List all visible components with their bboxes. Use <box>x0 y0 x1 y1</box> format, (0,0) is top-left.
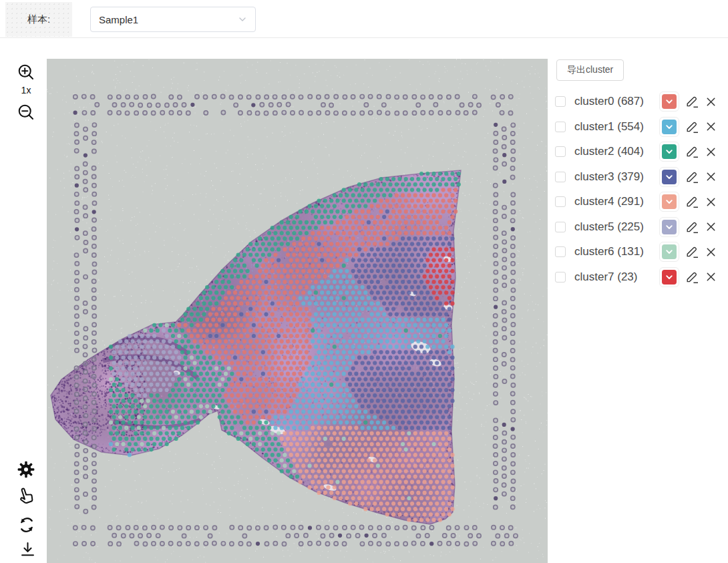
cluster-color-swatch <box>662 120 677 134</box>
cluster-row: cluster7 (23) <box>555 267 717 287</box>
cluster-color-swatch <box>662 94 677 109</box>
slide-viewer-canvas[interactable] <box>47 59 548 563</box>
cluster-label: cluster7 (23) <box>574 270 659 284</box>
cluster-row: cluster2 (404) <box>555 142 717 162</box>
reset-button[interactable] <box>16 514 37 536</box>
edit-icon <box>685 170 699 184</box>
cluster-checkbox[interactable] <box>555 122 566 132</box>
gear-icon <box>17 460 35 479</box>
cluster-delete-button[interactable] <box>705 244 717 259</box>
cluster-delete-button[interactable] <box>705 170 717 184</box>
cluster-edit-button[interactable] <box>685 244 699 259</box>
zoom-level-label: 1x <box>16 85 36 96</box>
cluster-label: cluster5 (225) <box>574 220 659 234</box>
edit-icon <box>685 120 699 134</box>
cluster-color-swatch <box>662 220 677 234</box>
chevron-down-icon <box>665 197 674 206</box>
sample-select-value: Sample1 <box>99 14 138 25</box>
cluster-delete-button[interactable] <box>705 220 717 234</box>
cluster-delete-button[interactable] <box>705 194 717 209</box>
edit-icon <box>685 94 699 109</box>
cluster-color-swatch <box>662 144 677 159</box>
download-icon <box>19 540 37 558</box>
zoom-out-icon <box>17 103 35 122</box>
cluster-delete-button[interactable] <box>705 270 717 285</box>
cluster-label: cluster4 (291) <box>574 195 659 208</box>
cluster-label: cluster6 (131) <box>574 245 659 258</box>
cluster-checkbox[interactable] <box>555 196 566 207</box>
cluster-color-picker[interactable] <box>659 217 679 237</box>
cluster-color-swatch <box>662 170 677 184</box>
chevron-down-icon <box>665 172 674 182</box>
cluster-edit-button[interactable] <box>685 170 699 184</box>
chevron-down-icon <box>238 15 247 24</box>
cluster-edit-button[interactable] <box>685 194 699 209</box>
cluster-label: cluster2 (404) <box>574 145 659 158</box>
cluster-label: cluster1 (554) <box>574 120 659 134</box>
cluster-delete-button[interactable] <box>705 120 717 134</box>
cluster-color-picker[interactable] <box>659 267 679 287</box>
zoom-out-button[interactable] <box>15 102 37 123</box>
close-icon <box>705 270 717 283</box>
sample-label: 样本: <box>5 2 72 37</box>
cluster-edit-button[interactable] <box>685 220 699 234</box>
cluster-color-swatch <box>662 244 677 259</box>
close-icon <box>705 120 717 133</box>
chevron-down-icon <box>665 147 674 156</box>
edit-icon <box>685 244 699 259</box>
cluster-color-picker[interactable] <box>659 167 679 187</box>
cluster-color-picker[interactable] <box>659 192 679 212</box>
cluster-color-swatch <box>662 270 677 285</box>
cluster-checkbox[interactable] <box>555 222 566 232</box>
cluster-checkbox[interactable] <box>555 146 566 157</box>
cluster-row: cluster5 (225) <box>555 217 717 237</box>
cluster-edit-button[interactable] <box>685 270 699 285</box>
edit-icon <box>685 194 699 209</box>
hand-pointer-icon <box>16 486 36 506</box>
cluster-color-picker[interactable] <box>659 142 679 162</box>
cluster-color-picker[interactable] <box>659 117 679 137</box>
cluster-row: cluster1 (554) <box>555 117 717 137</box>
pan-button[interactable] <box>15 486 37 507</box>
cluster-delete-button[interactable] <box>705 144 717 159</box>
cluster-delete-button[interactable] <box>705 94 717 109</box>
header-divider <box>0 37 728 38</box>
export-cluster-button[interactable]: 导出cluster <box>556 59 624 81</box>
close-icon <box>705 96 717 108</box>
cluster-checkbox[interactable] <box>555 272 566 283</box>
chevron-down-icon <box>665 122 674 132</box>
settings-button[interactable] <box>15 459 37 480</box>
edit-icon <box>685 144 699 159</box>
close-icon <box>705 246 717 258</box>
cluster-checkbox[interactable] <box>555 246 566 257</box>
cluster-row: cluster4 (291) <box>555 192 717 212</box>
edit-icon <box>685 270 699 285</box>
edit-icon <box>685 220 699 234</box>
cluster-label: cluster0 (687) <box>574 95 659 108</box>
chevron-down-icon <box>665 247 674 256</box>
chevron-down-icon <box>665 97 674 106</box>
cluster-edit-button[interactable] <box>685 144 699 159</box>
cluster-label: cluster3 (379) <box>574 170 659 184</box>
cluster-edit-button[interactable] <box>685 120 699 134</box>
cluster-checkbox[interactable] <box>555 96 566 107</box>
cluster-color-picker[interactable] <box>659 242 679 262</box>
cluster-color-picker[interactable] <box>659 91 679 112</box>
sample-label-text: 样本: <box>27 13 50 26</box>
zoom-in-icon <box>17 63 35 81</box>
chevron-down-icon <box>665 272 674 282</box>
close-icon <box>705 170 717 183</box>
cluster-row: cluster6 (131) <box>555 242 717 262</box>
cluster-checkbox[interactable] <box>555 172 566 182</box>
cluster-row: cluster0 (687) <box>555 91 717 112</box>
zoom-in-button[interactable] <box>15 61 37 83</box>
close-icon <box>705 146 717 158</box>
download-button[interactable] <box>17 538 38 560</box>
close-icon <box>705 220 717 233</box>
refresh-icon <box>17 516 36 534</box>
close-icon <box>705 196 717 208</box>
cluster-color-swatch <box>662 194 677 209</box>
sample-select[interactable]: Sample1 <box>90 7 256 32</box>
chevron-down-icon <box>665 222 674 232</box>
cluster-edit-button[interactable] <box>685 94 699 109</box>
